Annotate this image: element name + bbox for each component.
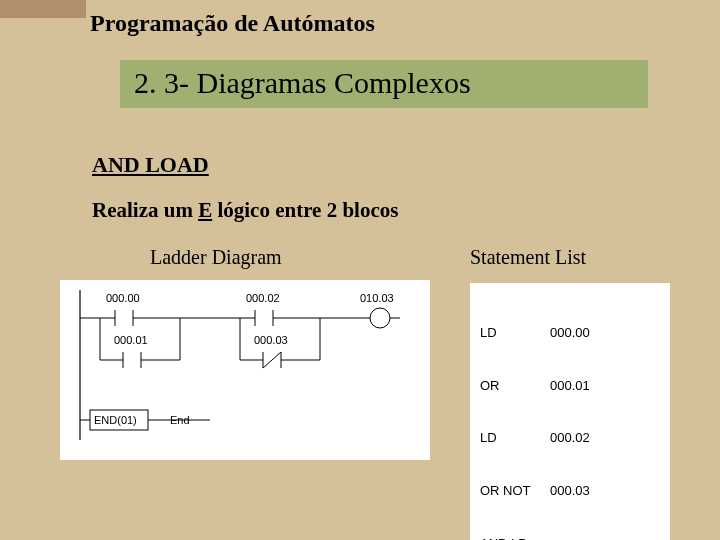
desc-prefix: Realiza um [92, 198, 198, 222]
list-item: AND LD [480, 535, 660, 540]
page-title: Programação de Autómatos [90, 10, 375, 37]
decorative-strip [0, 0, 86, 18]
list-item: LD000.02 [480, 429, 660, 447]
addr-out: 010.03 [360, 292, 394, 304]
contact-no-2: 000.01 [114, 334, 148, 368]
addr-top1: 000.00 [106, 292, 140, 304]
desc-suffix: lógico entre 2 blocos [212, 198, 398, 222]
output-coil: 010.03 [360, 292, 394, 328]
desc-logic-letter: E [198, 198, 212, 222]
slide: Programação de Autómatos 2. 3- Diagramas… [0, 0, 720, 540]
addr-bot1: 000.01 [114, 334, 148, 346]
stlist-heading: Statement List [470, 246, 586, 269]
svg-rect-2 [115, 310, 133, 326]
svg-rect-8 [123, 352, 141, 368]
list-item: LD000.00 [480, 324, 660, 342]
end-op: END(01) [94, 414, 137, 426]
section-banner: 2. 3- Diagramas Complexos [120, 60, 648, 108]
end-label: End [170, 414, 190, 426]
addr-bot2: 000.03 [254, 334, 288, 346]
list-item: OR000.01 [480, 377, 660, 395]
contact-no-3: 000.02 [246, 292, 280, 326]
addr-top2: 000.02 [246, 292, 280, 304]
svg-point-21 [370, 308, 390, 328]
statement-list: LD000.00 OR000.01 LD000.02 OR NOT000.03 … [470, 283, 670, 540]
list-item: OR NOT000.03 [480, 482, 660, 500]
topic-heading: AND LOAD [92, 152, 209, 178]
topic-description: Realiza um E lógico entre 2 blocos [92, 198, 398, 223]
ladder-diagram: 000.00 000.01 000.02 [60, 280, 430, 460]
svg-rect-11 [255, 310, 273, 326]
ladder-heading: Ladder Diagram [150, 246, 282, 269]
contact-no-1: 000.00 [106, 292, 140, 326]
contact-nc-1: 000.03 [254, 334, 288, 368]
